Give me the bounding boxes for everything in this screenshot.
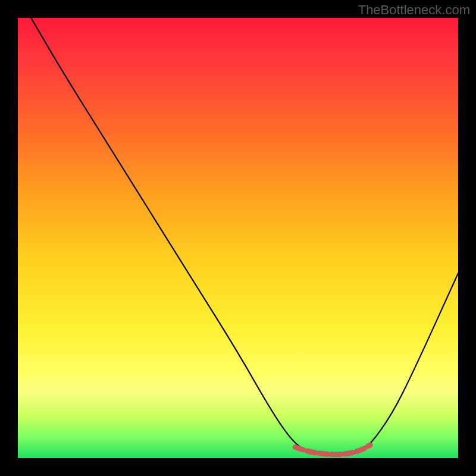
watermark-text: TheBottleneck.com: [358, 2, 470, 18]
optimal-range-marker-line: [295, 445, 370, 455]
bottleneck-chart: [18, 18, 458, 458]
bottleneck-curve-line: [31, 18, 458, 455]
